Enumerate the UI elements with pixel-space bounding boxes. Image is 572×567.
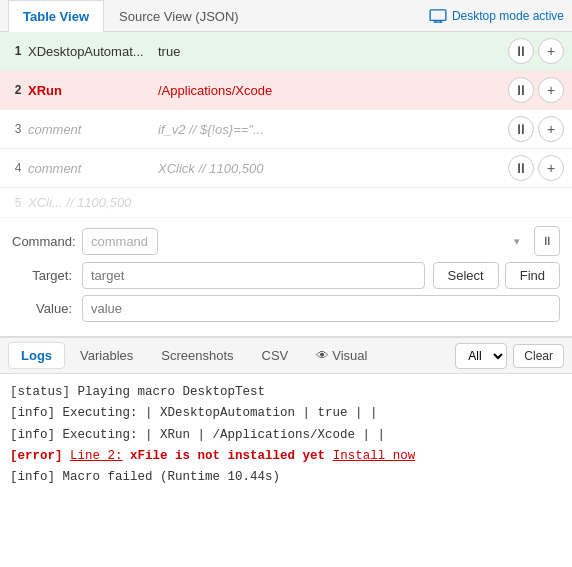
row-number: 2: [8, 83, 28, 97]
row-command: comment: [28, 122, 158, 137]
add-row-btn[interactable]: +: [538, 77, 564, 103]
pause-row-btn[interactable]: ⏸: [508, 116, 534, 142]
row-actions: ⏸ +: [508, 38, 564, 64]
target-input[interactable]: [82, 262, 425, 289]
log-error-message: xFile is not installed yet: [130, 449, 325, 463]
select-button[interactable]: Select: [433, 262, 499, 289]
table-row[interactable]: 1 XDesktopAutomat... true ⏸ +: [0, 32, 572, 71]
table-row[interactable]: 3 comment if_v2 // ${!os}=="... ⏸ +: [0, 110, 572, 149]
logs-controls: All Clear: [455, 343, 564, 369]
tab-csv[interactable]: CSV: [249, 342, 302, 369]
row-number: 4: [8, 161, 28, 175]
row-command: comment: [28, 161, 158, 176]
tab-source-view[interactable]: Source View (JSON): [104, 0, 254, 32]
row-actions: ⏸ +: [508, 77, 564, 103]
tab-visual-label: Visual: [332, 348, 367, 363]
table-row[interactable]: 5 XCli... // 1100,500: [0, 188, 572, 218]
row-value: true: [158, 44, 500, 59]
target-row: Target: Select Find: [12, 262, 560, 289]
install-now-link[interactable]: Install now: [333, 449, 416, 463]
table-area: 1 XDesktopAutomat... true ⏸ + 2 XRun /Ap…: [0, 32, 572, 218]
command-select-wrapper: command: [82, 228, 528, 255]
log-error-line: [error] Line 2: xFile is not installed y…: [10, 446, 562, 467]
row-number: 1: [8, 44, 28, 58]
row-value: XCli... // 1100,500: [28, 195, 131, 210]
tab-table-view[interactable]: Table View: [8, 0, 104, 32]
desktop-mode-label: Desktop mode active: [452, 9, 564, 23]
pause-row-btn[interactable]: ⏸: [508, 77, 534, 103]
svg-rect-0: [430, 9, 446, 20]
desktop-mode-button[interactable]: Desktop mode active: [429, 9, 564, 23]
add-row-btn[interactable]: +: [538, 116, 564, 142]
row-actions: ⏸ +: [508, 116, 564, 142]
logs-content: [status] Playing macro DesktopTest [info…: [0, 374, 572, 496]
table-row[interactable]: 4 comment XClick // 1100,500 ⏸ +: [0, 149, 572, 188]
command-select[interactable]: command: [82, 228, 158, 255]
add-row-btn[interactable]: +: [538, 155, 564, 181]
row-value: /Applications/Xcode: [158, 83, 500, 98]
row-number: 3: [8, 122, 28, 136]
tab-screenshots[interactable]: Screenshots: [148, 342, 246, 369]
header-tabs: Table View Source View (JSON) Desktop mo…: [0, 0, 572, 32]
log-line: [info] Macro failed (Runtime 10.44s): [10, 467, 562, 488]
add-row-btn[interactable]: +: [538, 38, 564, 64]
log-line: [info] Executing: | XRun | /Applications…: [10, 425, 562, 446]
row-command: XDesktopAutomat...: [28, 44, 158, 59]
tab-visual[interactable]: 👁 Visual: [303, 342, 380, 369]
row-actions: ⏸ +: [508, 155, 564, 181]
log-line: [status] Playing macro DesktopTest: [10, 382, 562, 403]
value-row: Value:: [12, 295, 560, 322]
target-buttons: Select Find: [433, 262, 560, 289]
command-row: Command: command ⏸: [12, 226, 560, 256]
row-value: if_v2 // ${!os}=="...: [158, 122, 500, 137]
logs-tabs: Logs Variables Screenshots CSV 👁 Visual …: [0, 338, 572, 374]
tab-variables[interactable]: Variables: [67, 342, 146, 369]
log-filter-select[interactable]: All: [455, 343, 507, 369]
log-line: [info] Executing: | XDesktopAutomation |…: [10, 403, 562, 424]
target-label: Target:: [12, 268, 82, 283]
logs-section: Logs Variables Screenshots CSV 👁 Visual …: [0, 337, 572, 496]
edit-area: Command: command ⏸ Target: Select Find V…: [0, 218, 572, 337]
desktop-icon: [429, 9, 447, 23]
pause-row-btn[interactable]: ⏸: [508, 155, 534, 181]
pause-row-btn[interactable]: ⏸: [508, 38, 534, 64]
clear-logs-button[interactable]: Clear: [513, 344, 564, 368]
value-label: Value:: [12, 301, 82, 316]
visual-eye-icon: 👁: [316, 348, 329, 363]
log-error-link[interactable]: Line 2:: [70, 449, 123, 463]
find-button[interactable]: Find: [505, 262, 560, 289]
log-error-tag: [error]: [10, 449, 63, 463]
tab-logs[interactable]: Logs: [8, 342, 65, 369]
table-row[interactable]: 2 XRun /Applications/Xcode ⏸ +: [0, 71, 572, 110]
command-label: Command:: [12, 234, 82, 249]
row-value: XClick // 1100,500: [158, 161, 500, 176]
value-input[interactable]: [82, 295, 560, 322]
row-number: 5: [8, 196, 28, 210]
command-pause-btn[interactable]: ⏸: [534, 226, 560, 256]
row-command: XRun: [28, 83, 158, 98]
